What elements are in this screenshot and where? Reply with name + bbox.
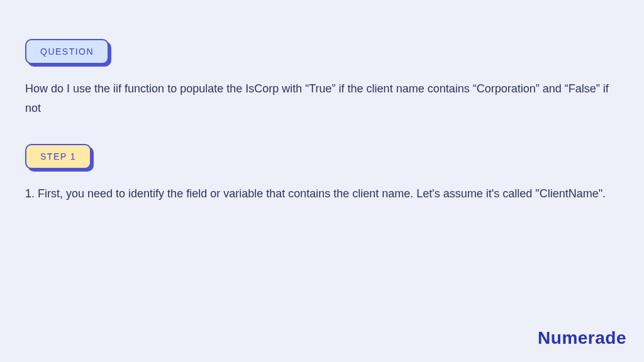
question-text: How do I use the iif function to populat…: [25, 79, 619, 118]
question-badge: QUESTION: [25, 39, 109, 64]
slide-content: QUESTION How do I use the iif function t…: [0, 0, 644, 204]
step-badge-label: STEP 1: [25, 144, 91, 169]
step-text: 1. First, you need to identify the field…: [25, 184, 619, 204]
question-badge-label: QUESTION: [25, 39, 109, 64]
brand-logo: Numerade: [538, 328, 626, 348]
step-badge: STEP 1: [25, 144, 91, 169]
